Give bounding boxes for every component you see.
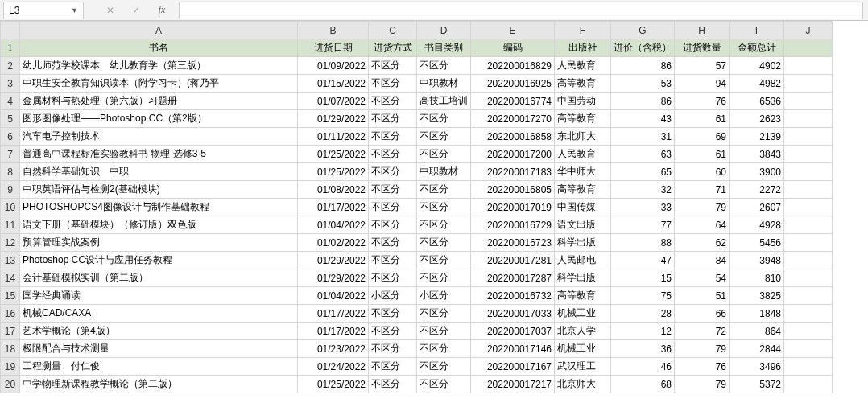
cell[interactable]: 01/08/2022: [298, 181, 369, 199]
row-header[interactable]: 15: [1, 287, 20, 305]
cell[interactable]: 会计基础模拟实训（第二版）: [20, 269, 298, 287]
cell[interactable]: 202200017270: [471, 110, 555, 128]
cell[interactable]: 76: [675, 358, 730, 376]
cell[interactable]: 72: [675, 323, 730, 340]
cell[interactable]: 01/17/2022: [298, 199, 369, 216]
cell[interactable]: 53: [611, 75, 675, 92]
cell[interactable]: 61: [675, 146, 730, 163]
cell[interactable]: 不区分: [369, 199, 417, 216]
cell[interactable]: 36: [611, 340, 675, 358]
cell[interactable]: 中国劳动: [555, 92, 611, 110]
cell[interactable]: 2272: [730, 181, 784, 199]
cell[interactable]: 高等教育: [555, 181, 611, 199]
cell[interactable]: 202200016774: [471, 92, 555, 110]
cell[interactable]: 国学经典诵读: [20, 287, 298, 305]
cell[interactable]: 202200016729: [471, 216, 555, 234]
chevron-down-icon[interactable]: ▼: [71, 6, 78, 14]
cell[interactable]: [784, 376, 833, 393]
cell[interactable]: 202200016723: [471, 234, 555, 252]
cell[interactable]: [784, 216, 833, 234]
cell[interactable]: 15: [611, 269, 675, 287]
cell[interactable]: 84: [675, 252, 730, 269]
header-cell[interactable]: 书名: [20, 39, 298, 57]
cell[interactable]: 不区分: [417, 376, 471, 393]
cell[interactable]: 不区分: [417, 216, 471, 234]
row-header[interactable]: 11: [1, 216, 20, 234]
cell[interactable]: 不区分: [369, 75, 417, 92]
cell[interactable]: [784, 234, 833, 252]
cell[interactable]: 69: [675, 128, 730, 146]
row-header[interactable]: 6: [1, 128, 20, 146]
row-header[interactable]: 3: [1, 75, 20, 92]
cell[interactable]: 01/02/2022: [298, 234, 369, 252]
cell[interactable]: 86: [611, 57, 675, 75]
cell[interactable]: 不区分: [417, 234, 471, 252]
cell[interactable]: 12: [611, 323, 675, 340]
cell[interactable]: 工程测量 付仁俊: [20, 358, 298, 376]
cell[interactable]: 01/25/2022: [298, 376, 369, 393]
cell[interactable]: 202200017037: [471, 323, 555, 340]
cell[interactable]: 6536: [730, 92, 784, 110]
cell[interactable]: [784, 199, 833, 216]
cell[interactable]: 202200017146: [471, 340, 555, 358]
cell[interactable]: 3843: [730, 146, 784, 163]
cell[interactable]: [784, 340, 833, 358]
row-header[interactable]: 7: [1, 146, 20, 163]
cell[interactable]: [784, 252, 833, 269]
cell[interactable]: 01/24/2022: [298, 358, 369, 376]
cell[interactable]: 不区分: [369, 252, 417, 269]
insert-function-icon[interactable]: fx: [153, 2, 171, 18]
cell[interactable]: 32: [611, 181, 675, 199]
cell[interactable]: 33: [611, 199, 675, 216]
cell[interactable]: 4902: [730, 57, 784, 75]
cell[interactable]: [784, 305, 833, 323]
cell[interactable]: 不区分: [417, 199, 471, 216]
cell[interactable]: 金属材料与热处理（第六版）习题册: [20, 92, 298, 110]
cell[interactable]: 864: [730, 323, 784, 340]
col-header-I[interactable]: I: [730, 22, 784, 39]
cell[interactable]: 202200016732: [471, 287, 555, 305]
cell[interactable]: 77: [611, 216, 675, 234]
cell[interactable]: 预算管理实战案例: [20, 234, 298, 252]
cell[interactable]: 不区分: [369, 234, 417, 252]
cell[interactable]: 幼儿师范学校课本 幼儿教育学（第三版）: [20, 57, 298, 75]
row-header[interactable]: 9: [1, 181, 20, 199]
cell[interactable]: 高等教育: [555, 75, 611, 92]
cell[interactable]: Photoshop CC设计与应用任务教程: [20, 252, 298, 269]
cell[interactable]: 60: [675, 163, 730, 181]
cell[interactable]: 2139: [730, 128, 784, 146]
cell[interactable]: 3496: [730, 358, 784, 376]
confirm-icon[interactable]: ✓: [127, 2, 145, 18]
cell[interactable]: 5372: [730, 376, 784, 393]
cell[interactable]: 28: [611, 305, 675, 323]
cell[interactable]: 3900: [730, 163, 784, 181]
header-cell[interactable]: 书目类别: [417, 39, 471, 57]
cell[interactable]: 中职教材: [417, 163, 471, 181]
row-header[interactable]: 1: [1, 39, 20, 57]
cell[interactable]: 01/25/2022: [298, 146, 369, 163]
cell[interactable]: 中职生安全教育知识读本（附学习卡）(蒋乃平: [20, 75, 298, 92]
cell[interactable]: 202200017033: [471, 305, 555, 323]
cell[interactable]: 202200016805: [471, 181, 555, 199]
header-cell[interactable]: 进货数量: [675, 39, 730, 57]
header-cell[interactable]: [784, 39, 833, 57]
cell[interactable]: [784, 287, 833, 305]
cell[interactable]: 202200017019: [471, 199, 555, 216]
header-cell[interactable]: 金额总计: [730, 39, 784, 57]
row-header[interactable]: 17: [1, 323, 20, 340]
cell[interactable]: 202200017183: [471, 163, 555, 181]
cell[interactable]: 华中师大: [555, 163, 611, 181]
cell[interactable]: 202200017217: [471, 376, 555, 393]
cell[interactable]: 不区分: [417, 340, 471, 358]
row-header[interactable]: 5: [1, 110, 20, 128]
cell[interactable]: [784, 128, 833, 146]
col-header-C[interactable]: C: [369, 22, 417, 39]
cell[interactable]: 47: [611, 252, 675, 269]
cell[interactable]: 65: [611, 163, 675, 181]
cell[interactable]: 中学物理新课程教学概论（第二版）: [20, 376, 298, 393]
cell[interactable]: 810: [730, 269, 784, 287]
header-cell[interactable]: 编码: [471, 39, 555, 57]
name-box[interactable]: L3 ▼: [3, 2, 84, 19]
cell[interactable]: 不区分: [417, 110, 471, 128]
cell[interactable]: 不区分: [369, 110, 417, 128]
